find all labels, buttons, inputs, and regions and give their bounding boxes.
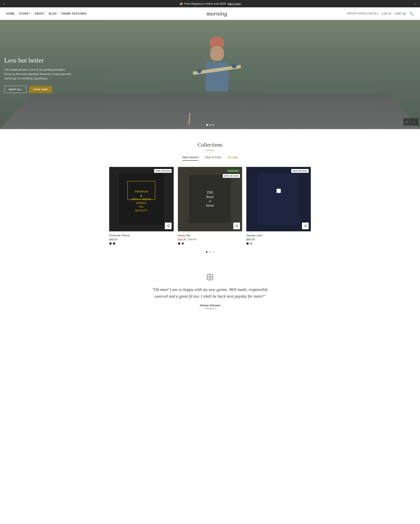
nav-left: HOME STORE ▾ ABOUT BLOG THEME FEATURES bbox=[6, 12, 87, 15]
collections-section: Collections New season Tees & Knits On s… bbox=[0, 129, 420, 261]
nav-region[interactable]: UNITED STATES (USD $) ▾ bbox=[347, 12, 379, 15]
pagination-dot-2[interactable] bbox=[209, 251, 211, 253]
swatch-black-fleece[interactable] bbox=[109, 242, 112, 245]
svg-point-1 bbox=[167, 226, 168, 226]
announcement-next-button[interactable]: › bbox=[413, 1, 418, 7]
nav-blog[interactable]: BLOG bbox=[49, 12, 57, 15]
svg-point-6 bbox=[236, 226, 236, 226]
product-price-crew: $90.00 bbox=[246, 238, 311, 241]
hero-prev-button[interactable]: ‹ bbox=[403, 118, 411, 126]
tab-new-season[interactable]: New season bbox=[182, 156, 198, 161]
product-name-fleece: Portsmith Fleece bbox=[109, 234, 174, 237]
product-swatches-crew bbox=[246, 242, 311, 245]
svg-line-3 bbox=[167, 226, 169, 227]
svg-line-9 bbox=[236, 225, 237, 226]
hero-buttons: SHOP ALL SHOP NEW bbox=[4, 86, 71, 93]
announcement-text: Free shipping on orders over $200 bbox=[184, 2, 226, 5]
tee-logo-text: THERoadisHome bbox=[206, 190, 214, 208]
hero-next-button[interactable]: › bbox=[411, 118, 418, 126]
product-share-button-crew[interactable] bbox=[302, 223, 309, 229]
announcement-bar: ‹ 🚚 Free shipping on orders over $200 le… bbox=[0, 0, 420, 7]
svg-point-10 bbox=[306, 224, 306, 225]
product-badge-fleece: NEW SEASON bbox=[154, 169, 172, 173]
product-badge-new-tee: NEW SEASON bbox=[223, 174, 240, 178]
product-card-crew: NEW SEASON Stocker crew $90.00 bbox=[246, 167, 311, 245]
product-image-crew: NEW SEASON bbox=[246, 167, 311, 231]
store-chevron-icon: ▾ bbox=[29, 12, 30, 15]
pagination-dots bbox=[4, 251, 416, 253]
svg-point-0 bbox=[169, 224, 169, 225]
fleece-logo-text: PREMIUM⚓IRON & RESINSUPPLYCO.QUALITY bbox=[131, 190, 151, 212]
svg-rect-15 bbox=[207, 274, 213, 280]
product-card-tee: SAVE 50% NEW SEASON THERoadisHome Home T… bbox=[178, 167, 242, 245]
hero-dot-1[interactable] bbox=[206, 124, 208, 126]
nav-about[interactable]: ABOUT bbox=[35, 12, 44, 15]
product-grid: NEW SEASON PREMIUM⚓IRON & RESINSUPPLYCO.… bbox=[107, 167, 313, 245]
nav-store[interactable]: STORE ▾ bbox=[19, 12, 30, 15]
nav-login[interactable]: LOG IN bbox=[382, 12, 391, 15]
tab-on-sale[interactable]: On sale bbox=[228, 156, 237, 161]
brand-logo[interactable]: morning bbox=[206, 10, 227, 17]
shop-all-button[interactable]: SHOP ALL bbox=[4, 86, 26, 93]
swatch-black-tee[interactable] bbox=[178, 242, 180, 245]
svg-point-2 bbox=[169, 226, 169, 227]
product-name-crew: Stocker crew bbox=[246, 234, 311, 237]
product-price-fleece: $49.00 bbox=[109, 238, 174, 241]
hero-content: Less but better This simple phrase is on… bbox=[4, 56, 71, 93]
product-swatches-tee bbox=[178, 242, 242, 245]
hero-body: This simple phrase is one of our guiding… bbox=[4, 68, 71, 81]
product-share-button-fleece[interactable] bbox=[165, 223, 172, 229]
testimonial-wrapper: ‹ "Oh man! I am so happy with my new gar… bbox=[0, 261, 420, 323]
nav-right: UNITED STATES (USD $) ▾ LOG IN CART (0) … bbox=[347, 12, 414, 16]
hero-section: Less but better This simple phrase is on… bbox=[0, 20, 420, 129]
testimonial-handle: Instagram bbox=[151, 307, 269, 310]
product-swatches-fleece bbox=[109, 242, 174, 245]
search-icon[interactable]: 🔍 bbox=[410, 12, 414, 16]
svg-line-13 bbox=[305, 226, 306, 227]
svg-point-12 bbox=[306, 226, 306, 227]
collections-tabs: New season Tees & Knits On sale bbox=[4, 156, 416, 161]
product-card-fleece: NEW SEASON PREMIUM⚓IRON & RESINSUPPLYCO.… bbox=[109, 167, 174, 245]
product-share-button-tee[interactable] bbox=[233, 223, 240, 229]
product-badge-save-tee: SAVE 50% bbox=[227, 169, 240, 173]
announcement-prev-button[interactable]: ‹ bbox=[2, 1, 7, 7]
hero-dot-3[interactable] bbox=[212, 124, 214, 126]
product-sale-price-tee: $18.00 bbox=[178, 238, 186, 241]
collections-underline bbox=[206, 150, 214, 150]
hero-dot-2[interactable] bbox=[209, 124, 211, 126]
tab-tees-knits[interactable]: Tees & Knits bbox=[205, 156, 221, 161]
testimonial-section: "Oh man! I am so happy with my new garms… bbox=[147, 261, 273, 323]
product-badge-crew: NEW SEASON bbox=[291, 169, 309, 173]
svg-line-14 bbox=[305, 225, 306, 226]
truck-icon: 🚚 bbox=[179, 2, 183, 5]
hero-headline: Less but better bbox=[4, 56, 71, 64]
nav-home[interactable]: HOME bbox=[6, 12, 15, 15]
pagination-dot-3[interactable] bbox=[212, 251, 214, 253]
instagram-icon bbox=[151, 274, 269, 282]
nav-theme-features[interactable]: THEME FEATURES bbox=[61, 12, 87, 15]
pagination-dot-1[interactable] bbox=[206, 251, 208, 253]
product-image-fleece: NEW SEASON PREMIUM⚓IRON & RESINSUPPLYCO.… bbox=[109, 167, 174, 231]
testimonial-quote: "Oh man! I am so happy with my new garms… bbox=[151, 286, 269, 300]
collections-title: Collections bbox=[4, 142, 416, 148]
product-name-tee: Home Tee bbox=[178, 234, 242, 237]
svg-point-7 bbox=[237, 226, 238, 227]
testimonial-author: Jimmy Gilzean bbox=[151, 304, 269, 307]
hero-dots bbox=[206, 124, 214, 126]
svg-line-8 bbox=[236, 226, 237, 227]
svg-line-4 bbox=[167, 225, 169, 226]
product-price-tee: $18.00 $36.00 bbox=[178, 238, 242, 241]
svg-point-11 bbox=[304, 226, 305, 226]
swatch-purple-tee[interactable] bbox=[181, 242, 184, 245]
svg-point-5 bbox=[237, 224, 238, 225]
header: HOME STORE ▾ ABOUT BLOG THEME FEATURES m… bbox=[0, 7, 420, 20]
swatch-navy-crew[interactable] bbox=[246, 242, 249, 245]
region-chevron-icon: ▾ bbox=[377, 12, 379, 15]
shop-new-button[interactable]: SHOP NEW bbox=[29, 86, 52, 93]
product-image-tee: SAVE 50% NEW SEASON THERoadisHome bbox=[178, 167, 242, 231]
swatch-navy-fleece[interactable] bbox=[113, 242, 115, 245]
product-original-price-tee: $36.00 bbox=[188, 238, 197, 241]
nav-cart[interactable]: CART (0) bbox=[394, 12, 406, 15]
announcement-link[interactable]: learn more bbox=[228, 2, 241, 5]
swatch-grey-crew[interactable] bbox=[250, 242, 253, 245]
